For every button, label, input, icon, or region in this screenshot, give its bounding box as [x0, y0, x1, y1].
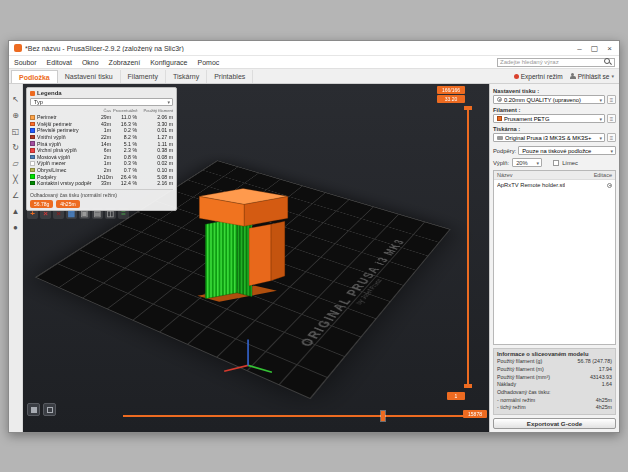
search-input[interactable] — [500, 59, 604, 65]
menu-item[interactable]: Pomoc — [193, 59, 225, 66]
feature-color-swatch — [30, 161, 35, 166]
menu-item[interactable]: Konfigurace — [145, 59, 192, 66]
edit-printer-button[interactable] — [607, 133, 616, 142]
login-button[interactable]: Přihlásit se — [570, 73, 614, 80]
vertical-layer-slider[interactable] — [467, 106, 469, 388]
print-settings-dropdown[interactable]: 0.20mm QUALITY (upraveno) — [493, 95, 605, 104]
estimated-time-label: Odhadovaný čas tisku (normální režim) — [30, 192, 173, 198]
prusaslicer-window: *Bez názvu - PrusaSlicer-2.9.2 (založený… — [8, 40, 620, 433]
cube-outline-icon — [47, 407, 53, 413]
editor-view-button[interactable] — [27, 403, 40, 416]
move-tool-icon[interactable]: ⊕ — [10, 110, 21, 121]
paint-supports-tool-icon[interactable]: ▲ — [10, 206, 21, 217]
move-slider-value: 15878 — [463, 410, 487, 418]
bed-branding: ORIGINAL PRUSA i3 MK3 by Josef Prusa — [264, 217, 433, 387]
search-box[interactable] — [497, 58, 615, 67]
mode-label: Expertní režim — [521, 73, 563, 80]
maximize-button[interactable]: ▢ — [587, 42, 602, 55]
object-settings-icon[interactable] — [607, 183, 612, 188]
legend-row[interactable]: Kontaktní vrstvy podpěr 33m 12.4 % 2.16 … — [30, 180, 173, 187]
user-icon — [570, 73, 576, 80]
view-mode-switcher — [27, 403, 56, 416]
seam-tool-icon[interactable]: ● — [10, 222, 21, 233]
printer-dropdown[interactable]: Original Prusa i3 MK3S & MK3S+ — [493, 133, 605, 142]
layer-slider-top-value: 166/166 — [437, 86, 465, 94]
object-list: Název Editace ApRxTV Remote holder.stl — [493, 170, 616, 345]
mode-selector[interactable]: Expertní režim — [514, 73, 563, 80]
window-title: *Bez názvu - PrusaSlicer-2.9.2 (založený… — [25, 45, 572, 52]
titlebar: *Bez názvu - PrusaSlicer-2.9.2 (založený… — [9, 41, 619, 56]
expert-mode-icon — [514, 74, 519, 79]
feature-color-swatch — [30, 174, 35, 179]
3d-viewport[interactable]: ORIGINAL PRUSA i3 MK3 by Josef Prusa — [23, 84, 491, 432]
legend-row[interactable]: Výplň mezer 1m 0.3 % 0.02 m — [30, 160, 173, 167]
legend-title: Legenda — [37, 90, 62, 96]
tab-printables[interactable]: Printables — [207, 70, 253, 83]
object-list-items: ApRxTV Remote holder.stl — [494, 180, 615, 190]
legend-row[interactable]: Obrys/Límec 2m 0.7 % 0.10 m — [30, 167, 173, 174]
legend-row[interactable]: Perimetr 29m 11.0 % 2.06 m — [30, 114, 173, 121]
object-list-item[interactable]: ApRxTV Remote holder.stl — [494, 180, 615, 190]
sliced-info-row: Použitý filament (m) 17.94 — [497, 366, 612, 374]
percent-column-header: Procentuálně — [113, 108, 137, 113]
tab-printers[interactable]: Tiskárny — [166, 70, 207, 83]
sliced-info-panel: Informace o sliceovaném modelu Použitý f… — [493, 348, 616, 415]
select-tool-icon[interactable]: ↖ — [10, 94, 21, 105]
tab-bar: Podložka Nastavení tisku Filamenty Tiská… — [9, 69, 619, 84]
horizontal-move-slider[interactable] — [123, 415, 463, 417]
cut-tool-icon[interactable]: ╳ — [10, 174, 21, 185]
menu-item[interactable]: Editovat — [42, 59, 77, 66]
preview-view-button[interactable] — [43, 403, 56, 416]
legend-panel: Legenda Typ Čas Procentuálně Použitý fil… — [26, 87, 177, 211]
legend-row[interactable]: Vnější perimetr 43m 16.3 % 3.30 m — [30, 121, 173, 128]
tab-print-settings[interactable]: Nastavení tisku — [58, 70, 121, 83]
measure-tool-icon[interactable]: ∠ — [10, 190, 21, 201]
sliced-info-row: Použitý filament (mm³) 43143.93 — [497, 374, 612, 382]
edit-filament-button[interactable] — [607, 114, 616, 123]
legend-row[interactable]: Převislé perimetry 1m 0.2 % 0.01 m — [30, 127, 173, 134]
menubar: SouborEditovatOknoZobrazeníKonfiguracePo… — [9, 56, 619, 69]
printer-label: Tiskárna : — [493, 126, 616, 132]
brim-checkbox[interactable] — [553, 160, 559, 166]
feature-color-swatch — [30, 141, 35, 146]
feature-color-swatch — [30, 168, 35, 173]
object-list-header: Název Editace — [494, 171, 615, 180]
bed-brand-text: ORIGINAL PRUSA i3 MK3 — [264, 217, 426, 384]
desktop-background: *Bez názvu - PrusaSlicer-2.9.2 (založený… — [0, 0, 628, 472]
supports-dropdown[interactable]: Pouze na tiskové podložce — [518, 146, 616, 155]
estimate-chips: 56.78g4h25m — [30, 200, 173, 208]
move-slider-handle[interactable] — [381, 411, 385, 421]
tab-filaments[interactable]: Filamenty — [121, 70, 166, 83]
tab-plater[interactable]: Podložka — [11, 70, 58, 83]
feature-color-swatch — [30, 115, 35, 120]
rotate-tool-icon[interactable]: ↻ — [10, 142, 21, 153]
infill-label: Výplň: — [493, 160, 509, 166]
menu-item[interactable]: Zobrazení — [104, 59, 146, 66]
legend-row[interactable]: Mostová výplň 2m 0.8 % 0.08 m — [30, 154, 173, 161]
menu-item[interactable]: Soubor — [9, 59, 42, 66]
legend-row[interactable]: Plná výplň 14m 5.1 % 1.11 m — [30, 140, 173, 147]
layer-slider-bottom-value: 1 — [447, 392, 465, 400]
filament-dropdown[interactable]: Prusament PETG — [493, 114, 605, 123]
infill-dropdown[interactable]: 20% — [512, 158, 542, 167]
close-button[interactable]: × — [602, 42, 617, 55]
layer-slider-height-value: 33.20 — [437, 95, 465, 103]
menu-item[interactable]: Okno — [77, 59, 104, 66]
view-type-dropdown[interactable]: Typ — [30, 98, 173, 106]
legend-row[interactable]: Podpěry 1h10m 26.4 % 5.08 m — [30, 173, 173, 180]
feature-color-swatch — [30, 128, 35, 133]
scale-tool-icon[interactable]: ◱ — [10, 126, 21, 137]
export-gcode-button[interactable]: Exportovat G-code — [493, 418, 616, 429]
search-icon — [604, 58, 612, 66]
legend-row[interactable]: Vrchní plná výplň 6m 2.3 % 0.38 m — [30, 147, 173, 154]
place-on-bed-tool-icon[interactable]: ▱ — [10, 158, 21, 169]
filament-label: Filament : — [493, 107, 616, 113]
app-icon — [14, 44, 22, 52]
edit-print-settings-button[interactable] — [607, 95, 616, 104]
sliced-info-row: Použitý filament (g) 56.78 (247.78) — [497, 358, 612, 366]
legend-row[interactable]: Vnitřní výplň 22m 8.2 % 1.27 m — [30, 134, 173, 141]
feature-color-swatch — [30, 135, 35, 140]
feature-color-swatch — [30, 148, 35, 153]
legend-title-row: Legenda — [30, 90, 173, 96]
minimize-button[interactable]: – — [572, 42, 587, 55]
